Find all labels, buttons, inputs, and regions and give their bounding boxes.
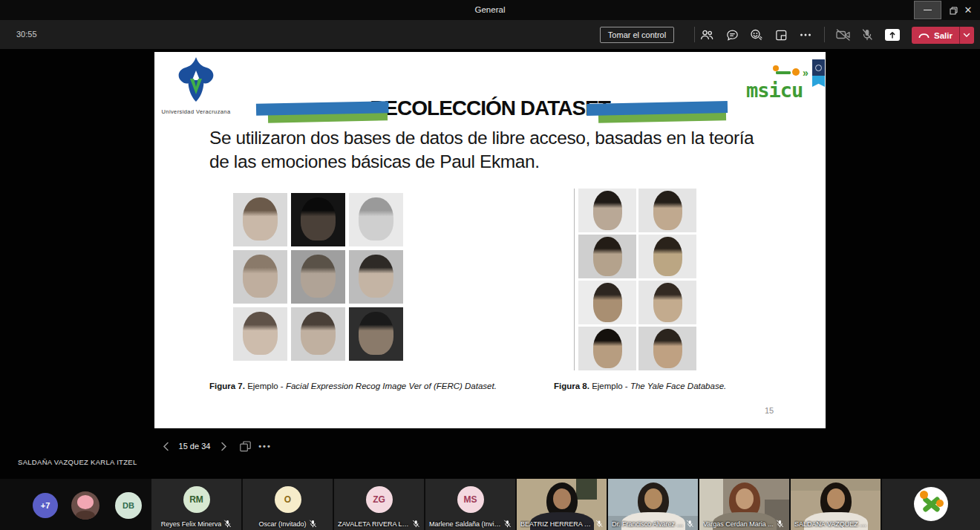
- leave-options-button[interactable]: [960, 27, 974, 44]
- participant-filmstrip: +7DB RMReyes Felix MinervaOOscar (Invita…: [0, 479, 980, 530]
- minimize-button[interactable]: [914, 1, 941, 19]
- next-slide-button[interactable]: [216, 436, 231, 456]
- teams-meeting-window: General ✕ 30:55 Tomar el control: [0, 0, 980, 530]
- participant-tile[interactable]: SALDAÑA VAZQUEZ KARL...: [791, 479, 881, 530]
- share-screen-button[interactable]: [883, 26, 901, 44]
- shared-slide: Universidad Veracruzana RECOLECCIÓN DATA…: [154, 52, 826, 428]
- chat-icon: [725, 28, 739, 42]
- msicu-logo: » msicu: [745, 67, 819, 104]
- chat-button[interactable]: [723, 26, 741, 44]
- participant-tile[interactable]: ZGZAVALETA RIVERA LO...: [334, 479, 424, 530]
- face-photo: [349, 193, 403, 246]
- participant-avatar: MS: [457, 486, 484, 513]
- mic-off-icon: [860, 28, 874, 42]
- face-head: [653, 191, 682, 230]
- face-head: [243, 255, 278, 298]
- chevron-down-icon: [963, 33, 970, 38]
- face-photo: [578, 235, 636, 278]
- participant-tile[interactable]: [882, 479, 980, 530]
- breakout-rooms-button[interactable]: [772, 26, 790, 44]
- reactions-button[interactable]: [748, 26, 765, 44]
- face-photo: [233, 307, 287, 361]
- mic-off-icon: [503, 520, 512, 528]
- participant-tile[interactable]: RMReyes Felix Minerva: [151, 479, 241, 530]
- figure7-pre: Ejemplo -: [245, 382, 286, 390]
- more-options-button[interactable]: [797, 26, 814, 44]
- participant-name-label: Dr. Francisco Alvarez (I...: [608, 520, 698, 528]
- participant-avatar: ZG: [366, 486, 393, 513]
- participant-name: Marlene Saldaña (Invit...: [429, 520, 501, 528]
- camera-off-icon: [835, 28, 852, 42]
- video-background: [576, 479, 597, 500]
- face-head: [301, 197, 336, 241]
- participant-name: Dr. Francisco Alvarez (I...: [612, 520, 684, 528]
- face-photo: [578, 281, 636, 324]
- participant-name-label: Marlene Saldaña (Invit...: [425, 520, 515, 528]
- body-line-2: de las emociones básicas de Paul Ekman.: [209, 150, 796, 174]
- participant-video-face: [827, 488, 845, 509]
- participants-button[interactable]: [698, 26, 716, 44]
- participant-tile[interactable]: MSMarlene Saldaña (Invit...: [425, 479, 515, 530]
- leave-button[interactable]: Salir: [912, 27, 959, 44]
- face-head: [593, 191, 622, 230]
- restore-icon: [948, 5, 958, 16]
- participant-name: Reyes Felix Minerva: [161, 520, 222, 528]
- msicu-dot-icon: [920, 491, 928, 499]
- face-photo: [291, 193, 345, 246]
- previous-slide-button[interactable]: [158, 436, 173, 456]
- more-slide-options-button[interactable]: •••: [255, 436, 275, 456]
- mic-off-button[interactable]: [858, 26, 876, 44]
- face-photo: [578, 189, 636, 232]
- face-photo: [349, 307, 403, 361]
- figure8-label: Figura 8.: [554, 382, 589, 390]
- minimize-icon: [924, 10, 932, 11]
- slide-page-number: 15: [765, 406, 774, 415]
- mic-off-icon: [686, 520, 694, 528]
- participant-avatar: O: [275, 486, 301, 513]
- figure8-source: The Yale Face Database.: [630, 382, 726, 390]
- figure7-label: Figura 7.: [209, 382, 245, 390]
- close-icon: ✕: [964, 4, 973, 16]
- face-photo: [349, 250, 403, 304]
- face-photo: [233, 193, 287, 246]
- share-screen-icon: [885, 29, 900, 41]
- close-button[interactable]: ✕: [958, 1, 979, 19]
- participant-tile[interactable]: Dr. Francisco Alvarez (I...: [608, 479, 698, 530]
- slide-title: RECOLECCIÓN DATASET: [370, 96, 610, 120]
- face-head: [359, 312, 393, 355]
- participant-tile[interactable]: OOscar (Invitado): [243, 479, 333, 530]
- participants-icon: [699, 27, 714, 42]
- msicu-avatar: [914, 487, 948, 521]
- badge-emblem: [812, 59, 825, 76]
- camera-off-button[interactable]: [834, 26, 852, 44]
- face-photo: [638, 235, 696, 278]
- participant-name: SALDAÑA VAZQUEZ KARL...: [794, 520, 869, 528]
- face-head: [359, 197, 393, 241]
- pig-body-icon: [76, 511, 95, 520]
- take-control-button[interactable]: Tomar el control: [600, 27, 674, 43]
- private-view-button[interactable]: [237, 436, 253, 456]
- participant-name: BEATRIZ HERRERA SA...: [520, 520, 593, 528]
- mic-off-icon: [223, 520, 232, 528]
- more-options-icon: [799, 28, 812, 42]
- window-title: General: [0, 0, 980, 20]
- participant-tile[interactable]: Vargas Cerdan Maria ...: [699, 479, 789, 530]
- reactions-icon: [749, 27, 764, 42]
- participant-tile[interactable]: BEATRIZ HERRERA SA...: [517, 479, 607, 530]
- participant-name-label: Oscar (Invitado): [243, 520, 333, 528]
- face-head: [653, 283, 682, 322]
- meeting-timer: 30:55: [16, 20, 37, 49]
- face-head: [593, 283, 622, 322]
- body-line-1: Se utilizaron dos bases de datos de libr…: [209, 126, 796, 150]
- msicu-figure-icon: [776, 71, 791, 74]
- figure7-source: Facial Expression Recog Image Ver of (FE…: [286, 382, 497, 390]
- pig-avatar[interactable]: [71, 491, 99, 520]
- slide-page-indicator: 15 de 34: [178, 436, 211, 456]
- pig-head-icon: [77, 495, 94, 509]
- participant-name-label: SALDAÑA VAZQUEZ KARL...: [791, 520, 881, 528]
- overflow-count-avatar[interactable]: +7: [33, 493, 58, 518]
- participant-avatar[interactable]: DB: [115, 492, 142, 519]
- chevron-right-icon: [220, 442, 227, 451]
- pop-out-icon: [239, 440, 252, 453]
- face-head: [359, 255, 393, 298]
